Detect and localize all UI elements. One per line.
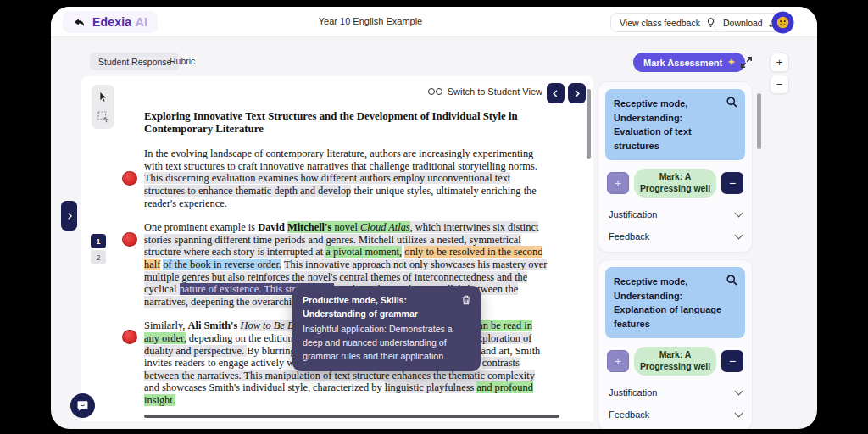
annotated-text[interactable]: Cloud Atlas [360, 221, 410, 233]
mark-assessment-button[interactable]: Mark Assessment ✦ [633, 53, 745, 72]
zoom-out-label: − [776, 78, 783, 91]
chevron-down-icon [735, 387, 743, 396]
page-badge-2[interactable]: 2 [91, 250, 106, 264]
page-2-label: 2 [96, 253, 100, 262]
decrease-mark-button[interactable]: − [721, 350, 743, 372]
mark-row: + Mark: A Progressing well − [607, 347, 743, 376]
annotation-tooltip-title: Productive mode, Skills: Understanding o… [303, 294, 470, 321]
criterion-header[interactable]: Receptive mode, Understanding: Evaluatio… [605, 89, 745, 160]
annotated-text[interactable]: linguistic playfulness [385, 381, 477, 393]
annotation-marker[interactable] [122, 171, 137, 186]
criterion-title: Receptive mode, Understanding: Evaluatio… [614, 98, 692, 151]
feedback-label: Feedback [609, 231, 649, 242]
zoom-out-button[interactable]: − [770, 75, 789, 94]
mark-pill[interactable]: Mark: A Progressing well [634, 347, 716, 376]
download-label: Download [723, 18, 763, 28]
top-bar: Edexia AI Year 10 English Example View c… [51, 7, 817, 37]
increase-mark-button[interactable]: + [607, 350, 629, 372]
cursor-tool-icon[interactable] [97, 91, 110, 104]
switch-student-view-toggle[interactable]: Switch to Student View [428, 86, 542, 97]
zoom-in-button[interactable]: + [770, 53, 789, 72]
annotation-tooltip: Productive mode, Skills: Understanding o… [292, 286, 481, 371]
justification-label: Justification [609, 387, 657, 398]
criteria-sidebar: Receptive mode, Understanding: Evaluatio… [598, 81, 753, 429]
view-class-feedback-button[interactable]: View class feedback [610, 13, 726, 32]
fullscreen-icon[interactable] [739, 55, 754, 70]
criterion-header[interactable]: Receptive mode, Understanding: Explanati… [605, 267, 745, 338]
next-student-button[interactable] [568, 83, 586, 103]
text-run: and showcases Smith's individual style, … [144, 381, 385, 393]
feedback-section[interactable]: Feedback [605, 401, 745, 423]
text-run: One prominent example is [144, 221, 258, 233]
mark-value: Mark: A [637, 171, 713, 183]
brand-suffix: AI [136, 15, 147, 29]
chevron-right-icon [572, 88, 581, 99]
justification-section[interactable]: Justification [605, 379, 745, 401]
text-run: David [258, 221, 287, 233]
mark-value: Mark: A [637, 349, 713, 361]
delete-annotation-icon[interactable] [460, 294, 472, 306]
text-run: In the evolving landscape of contemporar… [144, 147, 537, 172]
annotation-toolbar [92, 85, 114, 129]
annotation-tooltip-body: Insightful application: Demonstrates a d… [303, 323, 470, 364]
mark-assessment-label: Mark Assessment [643, 58, 722, 68]
justification-section[interactable]: Justification [605, 201, 745, 223]
paragraph: In the evolving landscape of contemporar… [144, 147, 549, 209]
document-vertical-scrollbar[interactable] [587, 89, 591, 159]
feedback-label: Feedback [609, 409, 649, 420]
user-avatar[interactable] [771, 11, 794, 34]
chevron-down-icon [735, 209, 743, 218]
annotated-text[interactable]: a pivotal moment, [326, 246, 402, 258]
mark-status: Progressing well [637, 183, 713, 195]
mark-pill[interactable]: Mark: A Progressing well [634, 169, 716, 198]
open-panel-button[interactable] [61, 201, 77, 231]
screen: Edexia AI Year 10 English Example View c… [0, 0, 868, 434]
justification-label: Justification [609, 209, 657, 220]
text-run: Ali Smith's [188, 320, 241, 331]
increase-mark-button[interactable]: + [607, 172, 629, 194]
chevron-down-icon [735, 231, 743, 240]
mark-row: + Mark: A Progressing well − [607, 169, 743, 198]
annotation-marker[interactable] [122, 232, 137, 247]
mark-status: Progressing well [637, 361, 713, 373]
criterion-card: Receptive mode, Understanding: Explanati… [598, 259, 753, 429]
previous-student-button[interactable] [547, 83, 565, 103]
tab-rubric-label: Rubric [170, 56, 195, 66]
tab-student-response[interactable]: Student Response [90, 53, 180, 70]
sparkle-icon: ✦ [727, 57, 735, 68]
chat-support-button[interactable] [70, 393, 95, 418]
annotated-text[interactable]: of the book in reverse order. [163, 259, 281, 270]
text-run: Similarly, [144, 320, 188, 331]
magnifier-icon[interactable] [726, 274, 738, 287]
zoom-in-label: + [776, 56, 783, 69]
annotation-marker[interactable] [122, 330, 137, 344]
tab-student-response-label: Student Response [98, 57, 171, 67]
student-response-text: Exploring Innovative Text Structures and… [144, 110, 549, 418]
annotated-text[interactable]: novel [331, 221, 360, 233]
chevron-right-icon [65, 211, 74, 221]
marquee-select-tool-icon[interactable] [97, 110, 110, 124]
home-button[interactable]: Edexia AI [63, 11, 158, 33]
app-window: Edexia AI Year 10 English Example View c… [51, 7, 817, 429]
switch-student-view-label: Switch to Student View [448, 86, 542, 97]
annotated-text[interactable]: Mitchell's [287, 221, 331, 233]
feedback-section[interactable]: Feedback [605, 223, 745, 245]
assessment-title: Year 10 English Example [260, 16, 481, 26]
page-1-label: 1 [96, 237, 100, 246]
chevron-left-icon [551, 88, 560, 99]
decrease-mark-button[interactable]: − [721, 172, 743, 194]
criterion-title: Receptive mode, Understanding: Explanati… [614, 276, 721, 329]
tab-rubric[interactable]: Rubric [170, 56, 195, 66]
glasses-icon [428, 88, 442, 95]
document-horizontal-scrollbar[interactable] [144, 415, 559, 418]
sidebar-scrollbar[interactable] [757, 93, 761, 149]
view-class-feedback-label: View class feedback [620, 18, 700, 28]
back-arrow-icon [73, 16, 86, 29]
chat-bubble-icon [76, 399, 89, 412]
text-run: depending on the edition. [186, 332, 298, 344]
page-badge-1[interactable]: 1 [91, 234, 106, 248]
magnifier-icon[interactable] [726, 96, 738, 108]
essay-heading: Exploring Innovative Text Structures and… [144, 110, 549, 135]
brand-name: Edexia [92, 15, 131, 29]
chevron-down-icon [735, 409, 743, 418]
